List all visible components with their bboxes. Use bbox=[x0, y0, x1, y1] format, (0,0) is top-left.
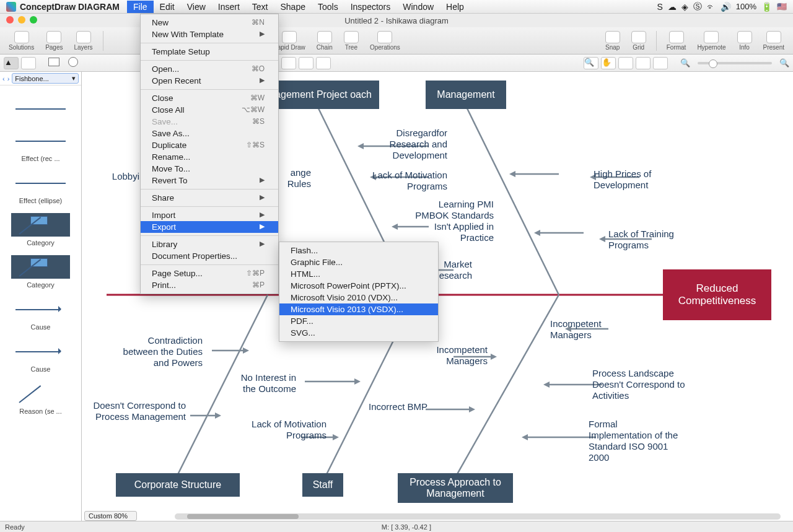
lib-item[interactable]: Reason (se ... bbox=[2, 382, 79, 415]
tb-info[interactable]: Info bbox=[734, 31, 756, 51]
file-menu-item[interactable]: Open Recent▶ bbox=[141, 75, 278, 87]
menu-insert[interactable]: Insert bbox=[212, 1, 246, 13]
lib-item[interactable]: Effect (ellipse) bbox=[2, 171, 79, 204]
menu-view[interactable]: View bbox=[181, 1, 212, 13]
effect-box[interactable]: Reduced Competitiveness bbox=[663, 269, 771, 320]
zoom-out-icon[interactable]: 🔍 bbox=[680, 58, 690, 68]
window-titlebar: Untitled 2 - Ishikawa diagram bbox=[0, 14, 793, 27]
menu-edit[interactable]: Edit bbox=[154, 1, 181, 13]
polyline-tool-icon[interactable] bbox=[281, 57, 296, 69]
tb-chain[interactable]: Chain bbox=[313, 31, 336, 51]
tb-operations[interactable]: Operations bbox=[366, 31, 404, 51]
file-menu-item[interactable]: New With Template▶ bbox=[141, 28, 278, 40]
export-menu-item[interactable]: Microsoft PowerPoint (PPTX)... bbox=[279, 280, 438, 292]
cause-label: Lack of Motivation Programs bbox=[246, 419, 326, 441]
smart-tool-icon[interactable] bbox=[299, 57, 313, 69]
snap-icon bbox=[605, 31, 620, 43]
lib-item[interactable]: Cause bbox=[2, 339, 79, 373]
export-menu-item[interactable]: HTML... bbox=[279, 268, 438, 280]
lib-item[interactable]: Category bbox=[2, 213, 79, 246]
zoom-combo[interactable]: Custom 80% bbox=[84, 511, 137, 521]
file-menu-item[interactable]: Close⌘W bbox=[141, 92, 278, 104]
tb-hypernote[interactable]: Hypernote bbox=[693, 31, 729, 51]
menu-window[interactable]: Window bbox=[396, 1, 440, 13]
category-box[interactable]: Management bbox=[426, 81, 506, 109]
file-menu-item[interactable]: Template Setup bbox=[141, 46, 278, 58]
svg-marker-34 bbox=[491, 354, 497, 360]
file-menu-item[interactable]: Move To... bbox=[141, 163, 278, 175]
minimize-window-icon[interactable] bbox=[18, 16, 25, 24]
tb-snap[interactable]: Snap bbox=[602, 31, 624, 51]
export-menu-item[interactable]: Graphic File... bbox=[279, 256, 438, 268]
zoom-tool-icon[interactable]: 🔍 bbox=[584, 57, 598, 69]
zoom-window-icon[interactable] bbox=[30, 16, 37, 24]
lib-item[interactable] bbox=[2, 97, 79, 120]
file-menu-item[interactable]: Save As... bbox=[141, 128, 278, 139]
file-menu-item[interactable]: Open...⌘O bbox=[141, 63, 278, 75]
menu-inspectors[interactable]: Inspectors bbox=[344, 1, 397, 13]
tb-present[interactable]: Present bbox=[760, 31, 788, 51]
category-box[interactable]: Process Approach to Management bbox=[398, 473, 513, 503]
close-window-icon[interactable] bbox=[6, 16, 14, 24]
category-box[interactable]: Staff bbox=[302, 473, 343, 497]
lib-item[interactable]: Cause bbox=[2, 297, 79, 331]
file-menu-item[interactable]: Duplicate⇧⌘S bbox=[141, 139, 278, 151]
mac-menubar: ConceptDraw DIAGRAM File Edit View Inser… bbox=[0, 0, 793, 14]
tb-format[interactable]: Format bbox=[663, 31, 690, 51]
file-menu-item[interactable]: Rename... bbox=[141, 151, 278, 163]
menu-text[interactable]: Text bbox=[246, 1, 274, 13]
traffic-lights[interactable] bbox=[6, 16, 37, 24]
file-menu-item[interactable]: Close All⌥⌘W bbox=[141, 104, 278, 116]
eyedropper-icon[interactable] bbox=[636, 57, 651, 69]
export-menu-item[interactable]: Flash... bbox=[279, 245, 438, 256]
zoom-slider[interactable] bbox=[698, 62, 772, 64]
brush-tool-icon[interactable] bbox=[653, 57, 668, 69]
zoom-in-icon[interactable]: 🔍 bbox=[779, 58, 789, 68]
file-menu-item[interactable]: Page Setup...⇧⌘P bbox=[141, 268, 278, 279]
sidebar-back-icon[interactable]: ‹ bbox=[2, 75, 5, 82]
crop-tool-icon[interactable] bbox=[618, 57, 633, 69]
library-selector[interactable]: Fishbone...▾ bbox=[12, 73, 79, 84]
shape-thumb-icon bbox=[11, 339, 70, 363]
ellipse-shape-icon[interactable] bbox=[68, 57, 78, 69]
tb-layers[interactable]: Layers bbox=[71, 31, 97, 51]
select-tool-icon[interactable]: ▲ bbox=[4, 57, 19, 69]
tb-pages[interactable]: Pages bbox=[42, 31, 66, 51]
export-menu-item[interactable]: Microsoft Visio 2013 (VSDX)... bbox=[279, 303, 438, 315]
menu-shape[interactable]: Shape bbox=[274, 1, 312, 13]
file-menu-item[interactable]: Share▶ bbox=[141, 192, 278, 204]
tb-grid[interactable]: Grid bbox=[628, 31, 650, 51]
file-menu-item[interactable]: Save...⌘S bbox=[141, 116, 278, 128]
dimension-tool-icon[interactable] bbox=[316, 57, 331, 69]
text-tool-icon[interactable] bbox=[21, 57, 36, 69]
export-menu-item[interactable]: PDF... bbox=[279, 315, 438, 327]
file-menu-item[interactable]: Revert To▶ bbox=[141, 175, 278, 186]
menu-file[interactable]: File bbox=[127, 1, 154, 13]
sidebar-fwd-icon[interactable]: › bbox=[7, 75, 10, 82]
svg-marker-18 bbox=[534, 230, 540, 236]
menu-tools[interactable]: Tools bbox=[312, 1, 344, 13]
lib-item[interactable]: Effect (rec ... bbox=[2, 129, 79, 162]
horizontal-scrollbar[interactable] bbox=[175, 513, 781, 520]
library-body: Effect (rec ... Effect (ellipse) Categor… bbox=[0, 85, 81, 521]
category-box[interactable]: agement Project oach bbox=[268, 81, 379, 109]
app-name: ConceptDraw DIAGRAM bbox=[20, 2, 120, 12]
menu-help[interactable]: Help bbox=[440, 1, 470, 13]
tb-tree[interactable]: Tree bbox=[340, 31, 362, 51]
pages-icon bbox=[46, 31, 61, 43]
file-menu-item[interactable]: Export▶ bbox=[141, 221, 278, 233]
pan-tool-icon[interactable]: ✋ bbox=[601, 57, 616, 69]
lib-item[interactable]: Category bbox=[2, 255, 79, 289]
solutions-icon bbox=[14, 31, 29, 43]
file-menu-item[interactable]: New⌘N bbox=[141, 17, 278, 28]
category-box[interactable]: Corporate Structure bbox=[116, 473, 240, 497]
file-menu-item[interactable]: Print...⌘P bbox=[141, 279, 278, 291]
export-menu-item[interactable]: SVG... bbox=[279, 327, 438, 339]
rect-shape-icon[interactable] bbox=[48, 58, 59, 68]
svg-marker-26 bbox=[215, 412, 221, 419]
tb-solutions[interactable]: Solutions bbox=[5, 31, 38, 51]
file-menu-item[interactable]: Document Properties... bbox=[141, 250, 278, 262]
file-menu-item[interactable]: Import▶ bbox=[141, 209, 278, 221]
export-menu-item[interactable]: Microsoft Visio 2010 (VDX)... bbox=[279, 292, 438, 303]
file-menu-item[interactable]: Library▶ bbox=[141, 238, 278, 250]
